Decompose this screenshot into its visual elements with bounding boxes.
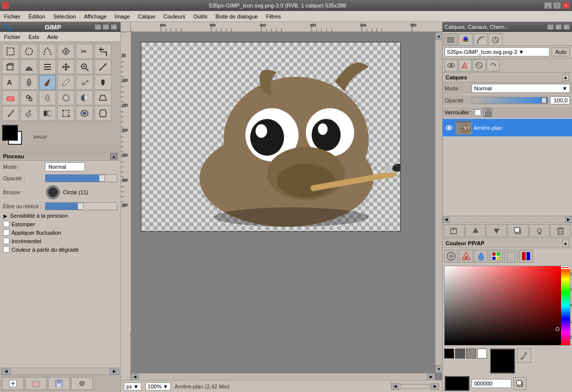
tab-history[interactable]: [489, 33, 503, 45]
swatch-gray2[interactable]: [466, 349, 476, 359]
swatch-white[interactable]: [477, 349, 487, 359]
status-scroll-right[interactable]: ▶: [431, 383, 439, 390]
brush-panel-collapse[interactable]: ▲: [110, 153, 117, 159]
hex-copy-btn[interactable]: [514, 377, 527, 390]
tool-free-select[interactable]: [39, 44, 56, 59]
new-image-btn[interactable]: [2, 377, 24, 390]
tool-eraser[interactable]: [2, 90, 19, 105]
color-tool-palette[interactable]: [489, 250, 503, 263]
tool-free-transform[interactable]: [57, 106, 74, 121]
color-ppap-collapse[interactable]: ▲: [562, 240, 569, 247]
hex-value-input[interactable]: 000000: [472, 379, 512, 388]
layers-close[interactable]: ×: [563, 24, 570, 30]
layer-down-btn[interactable]: [486, 224, 507, 237]
status-scroll-left[interactable]: ◀: [391, 383, 399, 390]
layers-color-icon[interactable]: [473, 59, 486, 71]
close-button[interactable]: ×: [562, 2, 570, 9]
tool-bucket-fill[interactable]: [20, 106, 37, 121]
color-tool-fg[interactable]: [444, 250, 458, 263]
layers-edit-icon[interactable]: [459, 59, 472, 71]
checkbox-degrade-input[interactable]: [3, 246, 9, 253]
color-tool-colorize[interactable]: [519, 250, 533, 263]
layers-lock-checkbox[interactable]: [475, 109, 481, 116]
menu-boite[interactable]: Boite de dialogue: [211, 12, 262, 20]
menu-fichier-toolbox[interactable]: Fichier: [0, 33, 24, 41]
layers-lock-icon[interactable]: [483, 108, 492, 117]
layer-list[interactable]: Arrière-plan: [443, 119, 572, 216]
tab-paths[interactable]: [474, 33, 488, 45]
opacity-thumb[interactable]: [542, 97, 547, 103]
canvas-h-scrollbar[interactable]: ◀ ▶: [131, 373, 435, 380]
menu-aide-toolbox[interactable]: Aide: [43, 33, 62, 41]
tool-dodge[interactable]: [76, 90, 93, 105]
maximize-button[interactable]: □: [553, 2, 561, 9]
color-gradient-picker[interactable]: TYRVB: [444, 266, 571, 346]
minimize-button[interactable]: _: [544, 2, 552, 9]
tool-blur[interactable]: [57, 90, 74, 105]
menu-outils[interactable]: Outils: [189, 12, 211, 20]
menu-image[interactable]: Image: [111, 12, 134, 20]
open-image-btn[interactable]: [25, 377, 47, 390]
layer-visibility-eye[interactable]: [445, 123, 454, 132]
menu-filtres[interactable]: Filtres: [262, 12, 285, 20]
layers-minimize[interactable]: _: [547, 24, 554, 30]
tool-measure[interactable]: [94, 59, 111, 74]
tool-ellipse-select[interactable]: [20, 44, 37, 59]
tool-heal[interactable]: [20, 75, 37, 90]
tool-color-picker[interactable]: [2, 106, 19, 121]
tool-blend[interactable]: [39, 106, 56, 121]
tool-fuzzy-select[interactable]: [57, 44, 74, 59]
scroll-right[interactable]: ▶: [109, 369, 119, 375]
layer-up-btn[interactable]: [465, 224, 486, 237]
tool-move[interactable]: [57, 59, 74, 74]
layers-scroll-right[interactable]: ▶: [565, 217, 572, 223]
tool-color-select[interactable]: [20, 59, 37, 74]
menu-fichier[interactable]: Fichier: [0, 12, 24, 20]
swatch-gray1[interactable]: [455, 349, 465, 359]
color-tool-water[interactable]: [474, 250, 488, 263]
zoom-arrow[interactable]: ▼: [163, 384, 168, 390]
status-unit[interactable]: px ▼: [124, 383, 141, 391]
layers-scroll-left[interactable]: ◀: [443, 217, 450, 223]
tool-crop[interactable]: [94, 44, 111, 59]
status-zoom[interactable]: 100% ▼: [145, 383, 171, 391]
layers-eye-icon[interactable]: [445, 59, 458, 71]
tool-smudge[interactable]: [39, 90, 56, 105]
checkbox-estomper-input[interactable]: [3, 221, 9, 227]
checkbox-fluctuation-input[interactable]: [3, 229, 9, 236]
h-scroll-right[interactable]: ▶: [427, 374, 435, 381]
layer-anchor-btn[interactable]: [529, 224, 550, 237]
v-scroll-down[interactable]: ▼: [436, 365, 443, 373]
layers-maximize[interactable]: □: [555, 24, 562, 30]
layers-opacity-value[interactable]: 100,0: [550, 96, 570, 104]
tab-layers[interactable]: [444, 33, 458, 45]
selected-color-display[interactable]: [490, 349, 515, 374]
layer-delete-btn[interactable]: [550, 224, 571, 237]
h-scroll-left[interactable]: ◀: [131, 374, 139, 381]
save-image-btn[interactable]: [48, 377, 70, 390]
menu-calque[interactable]: Calque: [134, 12, 159, 20]
canvas-viewport[interactable]: ▲ ▼ ◀ ▶: [131, 32, 442, 380]
layer-auto-btn[interactable]: Auto: [552, 47, 570, 56]
expand-arrow[interactable]: ▶: [3, 213, 8, 218]
menu-affichage[interactable]: Affichage: [80, 12, 111, 20]
unit-arrow[interactable]: ▼: [133, 384, 139, 390]
layers-h-scroll[interactable]: ◀ ▶: [443, 216, 572, 223]
layer-duplicate-btn[interactable]: [508, 224, 529, 237]
tool-pencil[interactable]: [57, 75, 74, 90]
tool-rect-select[interactable]: [2, 44, 19, 59]
brush-mode-value[interactable]: Normal: [45, 162, 85, 171]
prefs-btn[interactable]: [71, 377, 93, 390]
layers-opacity-slider[interactable]: [472, 97, 548, 104]
layer-new-btn[interactable]: [444, 224, 465, 237]
tool-align[interactable]: [39, 59, 56, 74]
layer-item-background[interactable]: Arrière-plan: [443, 119, 572, 137]
color-dropper-btn[interactable]: [517, 349, 531, 363]
layer-file-dropdown[interactable]: 535px-GIMP_Icon.svg.png-3 ▼: [445, 47, 550, 56]
tool-airbrush[interactable]: [76, 75, 93, 90]
v-scrollbar[interactable]: ▲ ▼: [435, 32, 442, 373]
tool-paintbrush[interactable]: [39, 75, 56, 90]
brush-preview[interactable]: [46, 185, 60, 199]
tool-foreground-select[interactable]: [76, 106, 93, 121]
swatch-black[interactable]: [444, 349, 454, 359]
